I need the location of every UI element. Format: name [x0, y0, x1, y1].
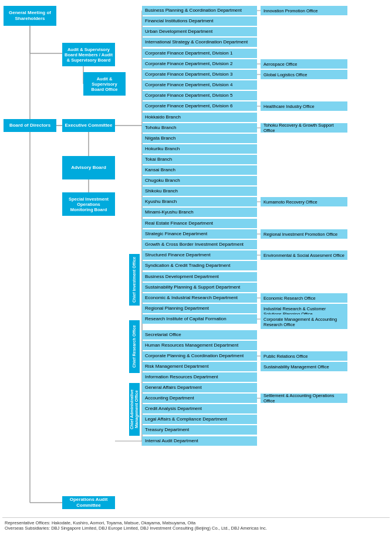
- dept-d19: Kyushu Branch: [142, 197, 257, 206]
- dept-d4: International Strategy & Coordination De…: [142, 38, 257, 47]
- dept-d37: Accounting Department: [142, 394, 257, 403]
- sub-d22: Regional Investment Promotion Office: [261, 229, 347, 239]
- dept-d30: Research Institute of Capital Formation: [142, 314, 257, 324]
- dept-d38: Credit Analysis Department: [142, 404, 257, 413]
- dept-d20: Minami-Kyushu Branch: [142, 208, 257, 217]
- sub-d1: Innovation Promotion Office: [261, 6, 347, 15]
- dept-d21: Real Estate Finance Department: [142, 219, 257, 228]
- org-chart: General Meeting of Shareholders Audit & …: [0, 0, 392, 539]
- dept-d15: Tokai Branch: [142, 155, 257, 164]
- special-investment-box: Special Investment Operations Monitoring…: [62, 192, 115, 216]
- sub-d7: Global Logistics Office: [261, 70, 347, 79]
- dept-d9: Corporate Finance Department, Division 5: [142, 91, 257, 100]
- dept-d22: Strategic Finance Department: [142, 229, 257, 239]
- operations-audit-box: Operations Audit Committee: [62, 496, 115, 509]
- dept-d23: Growth & Cross Border Investment Departm…: [142, 240, 257, 249]
- chief-management-box: Chief Administrative Management Office: [129, 383, 140, 436]
- audit-supervisory-box: Audit & Supervisory Board Members / Audi…: [62, 43, 115, 66]
- sub-d37: Settlement & Accounting Operations Offic…: [261, 394, 347, 403]
- sub-d30: Corporate Management & Accounting Resear…: [261, 314, 347, 329]
- dept-d12: Tohoku Branch: [142, 123, 257, 133]
- dept-d36: General Affairs Department: [142, 383, 257, 392]
- sub-d24: Environmental & Social Assesment Office: [261, 250, 347, 260]
- sub-d12: Tohoku Recovery & Growth Support Office: [261, 123, 347, 133]
- dept-d10: Corporate Finance Department, Division 6: [142, 101, 257, 111]
- chief-investment-box: Chief Investment Office: [129, 254, 140, 306]
- chief-research-box: Chief Research Office: [129, 320, 140, 373]
- dept-d31: Secretariat Office: [142, 330, 257, 340]
- dept-d8: Corporate Finance Department, Division 4: [142, 80, 257, 90]
- audit-office-box: Audit & Supervisory Board Office: [83, 72, 126, 96]
- dept-d18: Shikoku Branch: [142, 187, 257, 196]
- footer: Representative Offices: Hakodate, Kushir…: [2, 517, 390, 533]
- dept-d17: Chugoku Branch: [142, 176, 257, 185]
- sub-d33: Public Relations Office: [261, 351, 347, 361]
- dept-d27: Sustainability Planning & Support Depart…: [142, 283, 257, 292]
- dept-d2: Financial Institutions Department: [142, 16, 257, 26]
- dept-d41: Internal Audit Department: [142, 436, 257, 446]
- sub-d10: Healthcare Industry Office: [261, 101, 347, 111]
- sub-d19: Kumamoto Recovery Office: [261, 197, 347, 206]
- sub-d6: Aerospace Office: [261, 59, 347, 69]
- board-directors-box: Board of Directors: [4, 119, 56, 132]
- chart-container: General Meeting of Shareholders Audit & …: [2, 5, 390, 515]
- dept-d32: Human Resources Management Department: [142, 341, 257, 350]
- dept-d29: Regional Planning Department: [142, 304, 257, 313]
- dept-d39: Legal Affairs & Compliance Department: [142, 415, 257, 424]
- dept-d3: Urban Development Department: [142, 27, 257, 36]
- executive-committee-box: Executive Committee: [62, 119, 115, 132]
- dept-d33: Corporate Planning & Coordination Depart…: [142, 351, 257, 361]
- dept-d24: Structured Finance Department: [142, 250, 257, 260]
- dept-d16: Kansai Branch: [142, 165, 257, 175]
- dept-d1: Business Planning & Coordination Departm…: [142, 6, 257, 15]
- dept-d7: Corporate Finance Department, Division 3: [142, 70, 257, 79]
- dept-d34: Risk Management Department: [142, 362, 257, 371]
- dept-d6: Corporate Finance Department, Division 2: [142, 59, 257, 69]
- dept-d25: Syndication & Credit Trading Department: [142, 261, 257, 270]
- dept-d14: Hokuriku Branch: [142, 144, 257, 154]
- general-meeting-box: General Meeting of Shareholders: [4, 6, 56, 26]
- advisory-board-box: Advisory Board: [62, 156, 115, 179]
- dept-d5: Corporate Finance Department, Division 1: [142, 49, 257, 58]
- dept-d11: Hokkaido Branch: [142, 113, 257, 122]
- dept-d28: Economic & Industrial Research Departmen…: [142, 293, 257, 303]
- sub-d28: Economic Research Office: [261, 293, 347, 303]
- dept-d40: Treasury Department: [142, 425, 257, 435]
- sub2-d33: Sustainability Management Office: [261, 362, 347, 371]
- dept-d35: Information Resources Department: [142, 372, 257, 382]
- dept-d13: Niigata Branch: [142, 134, 257, 143]
- dept-d26: Business Development Department: [142, 272, 257, 282]
